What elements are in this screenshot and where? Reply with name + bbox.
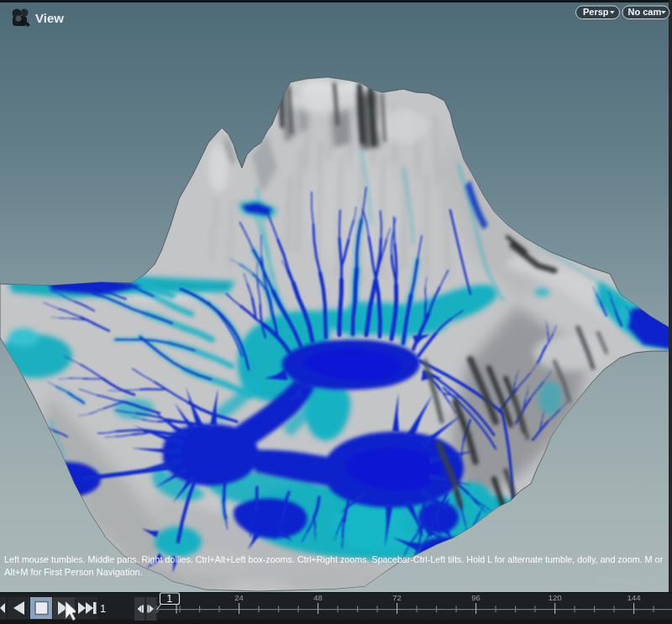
svg-text:144: 144 [627, 593, 641, 602]
svg-text:72: 72 [392, 593, 402, 602]
svg-text:Powered by 3D: Powered by 3D [596, 576, 654, 585]
svg-text:96: 96 [471, 593, 480, 602]
svg-text:1: 1 [167, 593, 173, 605]
svg-text:No cam: No cam [628, 7, 662, 17]
svg-text:120: 120 [549, 593, 562, 602]
svg-text:24: 24 [234, 593, 244, 602]
svg-text:48: 48 [313, 593, 323, 602]
svg-text:View: View [35, 11, 64, 25]
svg-text:Alt+M for First Person Navigat: Alt+M for First Person Navigation. [4, 567, 143, 577]
svg-text:Left mouse tumbles. Middle pan: Left mouse tumbles. Middle pans. Right d… [4, 554, 663, 564]
svg-text:1: 1 [100, 602, 106, 615]
svg-text:Persp: Persp [583, 7, 609, 17]
